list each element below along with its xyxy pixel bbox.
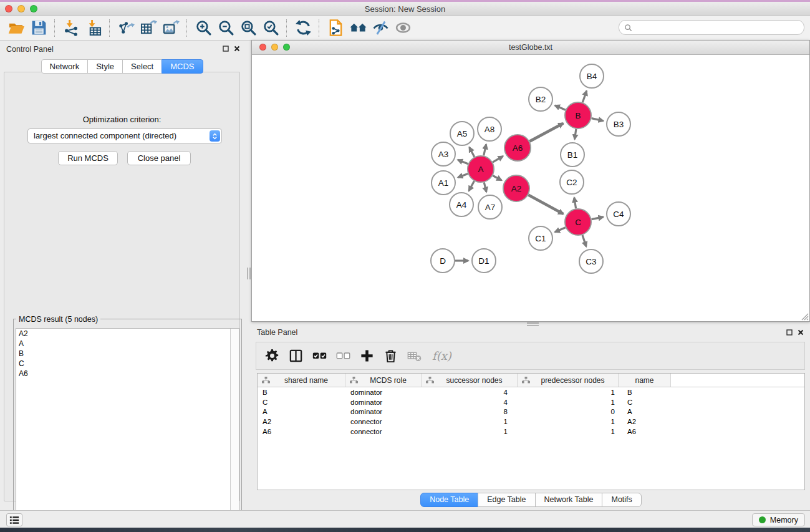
edge-B-B2[interactable]	[555, 105, 566, 110]
tab-edge-table[interactable]: Edge Table	[478, 493, 535, 507]
edge-A6-B[interactable]	[529, 123, 563, 142]
tab-select[interactable]: Select	[122, 59, 162, 74]
control-panel-close-button[interactable]	[233, 44, 241, 53]
table-panel-float-button[interactable]	[785, 328, 794, 337]
column-visibility-button[interactable]	[289, 349, 303, 363]
edge-A-A6[interactable]	[493, 156, 503, 162]
network-list-button[interactable]	[6, 513, 22, 526]
column-header-filler	[671, 374, 804, 387]
refresh-layout-button[interactable]	[292, 17, 314, 39]
column-header-name[interactable]: name	[619, 374, 671, 387]
column-header-MCDS-role[interactable]: MCDS role	[345, 374, 422, 387]
zoom-fit-button[interactable]	[237, 17, 259, 39]
edge-C-C1[interactable]	[555, 228, 566, 232]
home-layout-button[interactable]	[347, 17, 369, 39]
node-A7[interactable]: A7	[478, 195, 502, 219]
edge-A-A8[interactable]	[484, 144, 486, 155]
edge-C-C3[interactable]	[582, 235, 586, 246]
node-B4[interactable]: B4	[580, 64, 604, 88]
node-A5[interactable]: A5	[450, 122, 474, 145]
graphics-details-button[interactable]	[369, 17, 392, 39]
list-item[interactable]: B	[16, 349, 239, 359]
select-all-button[interactable]	[312, 349, 327, 363]
node-B3[interactable]: B3	[607, 112, 630, 136]
memory-button[interactable]: Memory	[752, 513, 805, 526]
edge-C-C4[interactable]	[592, 217, 604, 220]
vertical-divider-grip[interactable]	[247, 268, 251, 279]
control-panel-float-button[interactable]	[221, 44, 230, 53]
node-C1[interactable]: C1	[529, 226, 552, 250]
node-A2[interactable]: A2	[503, 175, 529, 201]
node-D[interactable]: D	[431, 249, 455, 273]
node-B[interactable]: B	[565, 102, 591, 128]
import-network-button[interactable]	[60, 17, 82, 39]
zoom-in-button[interactable]	[192, 17, 215, 39]
tab-mcds[interactable]: MCDS	[162, 59, 203, 74]
add-column-button[interactable]	[360, 349, 374, 363]
search-field[interactable]	[619, 20, 804, 35]
node-C[interactable]: C	[565, 209, 591, 235]
edge-B-B3[interactable]	[592, 118, 604, 121]
edge-A-A5[interactable]	[470, 147, 475, 157]
close-panel-button[interactable]: Close panel	[127, 151, 191, 165]
table-row[interactable]: A2connector11A2	[258, 417, 804, 427]
table-row[interactable]: Cdominator41C	[258, 397, 804, 407]
save-session-button[interactable]	[27, 17, 50, 39]
list-item[interactable]: A	[16, 339, 239, 349]
node-D1[interactable]: D1	[472, 249, 496, 273]
edge-A-A2[interactable]	[493, 176, 501, 181]
column-header-shared-name[interactable]: shared name	[258, 374, 345, 387]
tab-motifs[interactable]: Motifs	[602, 493, 641, 507]
network-canvas[interactable]: AA1A2A3A4A5A6A7A8BB1B2B3B4CC1C2C3C4DD1	[252, 55, 809, 321]
node-B1[interactable]: B1	[561, 143, 584, 167]
node-A8[interactable]: A8	[478, 117, 501, 141]
run-mcds-button[interactable]: Run MCDS	[58, 151, 118, 165]
table-row[interactable]: Adominator80A	[258, 407, 804, 417]
zoom-selected-button[interactable]	[259, 17, 282, 39]
export-image-button[interactable]	[160, 17, 182, 39]
edge-B-B4[interactable]	[582, 91, 587, 103]
open-session-button[interactable]	[5, 17, 27, 39]
node-A[interactable]: A	[468, 156, 494, 182]
edge-A-A3[interactable]	[458, 160, 468, 164]
window-resize-grip[interactable]	[800, 312, 809, 321]
node-A4[interactable]: A4	[450, 193, 473, 216]
deselect-all-button[interactable]	[336, 349, 350, 363]
edge-B-B1[interactable]	[575, 129, 576, 139]
mcds-result-scrollbar[interactable]	[230, 329, 239, 529]
zoom-out-button[interactable]	[215, 17, 237, 39]
column-header-successor-nodes[interactable]: successor nodes	[422, 374, 518, 387]
node-C2[interactable]: C2	[560, 170, 584, 194]
edge-C-C2[interactable]	[574, 198, 576, 209]
tab-network-table[interactable]: Network Table	[535, 493, 603, 507]
node-C4[interactable]: C4	[607, 202, 630, 226]
node-A6[interactable]: A6	[504, 135, 531, 161]
edge-A-A1[interactable]	[458, 174, 468, 178]
table-row[interactable]: A6connector11A6	[258, 427, 804, 437]
edge-A2-C[interactable]	[528, 195, 563, 215]
network-from-file-button[interactable]	[324, 17, 347, 39]
list-item[interactable]: A2	[16, 329, 239, 339]
table-settings-button[interactable]	[265, 349, 279, 363]
import-table-button[interactable]	[82, 17, 105, 39]
tab-style[interactable]: Style	[87, 59, 123, 74]
edge-A-A4[interactable]	[469, 181, 475, 191]
export-table-button[interactable]	[137, 17, 160, 39]
list-item[interactable]: A6	[16, 369, 239, 379]
search-input[interactable]	[635, 22, 804, 32]
column-header-predecessor-nodes[interactable]: predecessor nodes	[518, 374, 619, 387]
export-network-button[interactable]	[115, 17, 137, 39]
node-C3[interactable]: C3	[579, 249, 603, 273]
table-row[interactable]: Bdominator41B	[258, 387, 804, 397]
node-B2[interactable]: B2	[529, 87, 552, 111]
delete-column-button[interactable]	[383, 349, 398, 363]
table-panel-close-button[interactable]	[796, 328, 805, 337]
tab-node-table[interactable]: Node Table	[420, 493, 478, 507]
node-A1[interactable]: A1	[432, 171, 455, 195]
tab-network[interactable]: Network	[41, 59, 88, 74]
list-item[interactable]: C	[16, 359, 239, 369]
optimization-criterion-select[interactable]: largest connected component (directed)	[27, 128, 222, 143]
edge-A-A7[interactable]	[484, 182, 486, 191]
node-A3[interactable]: A3	[432, 142, 455, 166]
show-hide-button[interactable]	[392, 17, 414, 39]
